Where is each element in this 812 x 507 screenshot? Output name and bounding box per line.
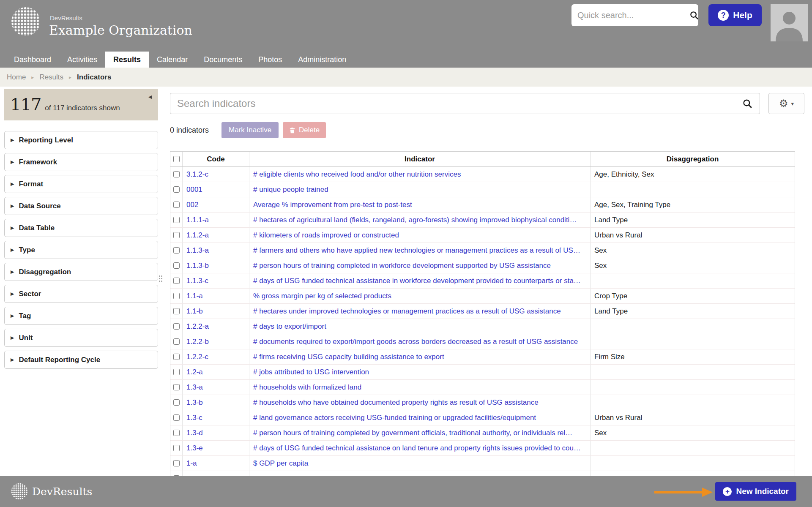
indicator-code-link[interactable]: 1.2.2-a: [186, 322, 209, 331]
indicator-name-link[interactable]: # jobs attributed to USG intervention: [253, 368, 590, 376]
row-checkbox[interactable]: [173, 202, 180, 208]
nav-tab[interactable]: Calendar: [149, 52, 196, 68]
indicator-code-link[interactable]: 1.1.3-b: [186, 262, 209, 270]
filter-section[interactable]: ▶ Type: [4, 241, 158, 259]
filter-section[interactable]: ▶ Format: [4, 175, 158, 193]
search-icon[interactable]: [689, 11, 699, 20]
indicator-name-link[interactable]: # eligible clients who received food and…: [253, 170, 590, 179]
indicator-name-link[interactable]: $ GDP per capita: [253, 459, 590, 468]
row-checkbox[interactable]: [173, 186, 180, 193]
row-checkbox[interactable]: [173, 445, 180, 451]
search-icon[interactable]: [742, 98, 753, 109]
indicator-code-link[interactable]: 1.1.2-a: [186, 231, 209, 240]
app-footer: DevResults + New Indicator: [0, 476, 812, 507]
row-checkbox[interactable]: [173, 262, 180, 269]
row-checkbox[interactable]: [173, 460, 180, 466]
quick-search-input[interactable]: [577, 11, 689, 20]
indicator-name-link[interactable]: # documents required to export/import go…: [253, 338, 590, 346]
filter-section[interactable]: ▶ Disaggregation: [4, 263, 158, 281]
filter-section[interactable]: ▶ Tag: [4, 307, 158, 325]
user-avatar[interactable]: [771, 4, 808, 41]
table-row: 1.2.2-b # documents required to export/i…: [170, 334, 795, 349]
indicator-name-link[interactable]: % gross margin per kg of selected produc…: [253, 292, 590, 300]
indicator-name-link[interactable]: # days of USG funded technical assistanc…: [253, 444, 590, 452]
indicator-name-link[interactable]: # firms receiving USG capacity building …: [253, 353, 590, 361]
indicator-code-link[interactable]: 1.1.3-a: [186, 246, 209, 255]
nav-tab[interactable]: Documents: [196, 52, 250, 68]
indicator-code-link[interactable]: 002: [186, 201, 198, 209]
breadcrumb-link[interactable]: Home: [7, 73, 26, 82]
delete-button[interactable]: Delete: [283, 122, 326, 138]
indicator-name-link[interactable]: # unique people trained: [253, 185, 590, 194]
row-checkbox[interactable]: [173, 278, 180, 284]
indicator-code-link[interactable]: 1.1.3-c: [186, 277, 208, 285]
plus-icon: +: [723, 487, 732, 496]
row-checkbox[interactable]: [173, 293, 180, 299]
nav-tab[interactable]: Activities: [59, 52, 105, 68]
indicator-code-link[interactable]: 1.1-b: [186, 307, 203, 316]
indicator-code-link[interactable]: 1.1-a: [186, 292, 203, 300]
indicator-code-link[interactable]: 1.2.2-b: [186, 338, 209, 346]
indicator-name-link[interactable]: # households with formalized land: [253, 383, 590, 392]
indicator-name-link[interactable]: # hectares of agricultural land (fields,…: [253, 216, 590, 224]
main-nav: Dashboard Activities Results Calendar Do…: [0, 52, 812, 68]
filter-section[interactable]: ▶ Unit: [4, 329, 158, 347]
sidebar-resize-handle[interactable]: [159, 275, 160, 277]
row-checkbox[interactable]: [173, 399, 180, 406]
row-checkbox[interactable]: [173, 217, 180, 223]
indicator-code-link[interactable]: 1-a: [186, 459, 197, 468]
filter-section[interactable]: ▶ Data Source: [4, 197, 158, 215]
row-checkbox[interactable]: [173, 369, 180, 375]
mark-inactive-button[interactable]: Mark Inactive: [221, 122, 279, 138]
row-checkbox[interactable]: [173, 384, 180, 390]
indicator-name-link[interactable]: # person hours of training completed in …: [253, 262, 590, 270]
indicator-name-link[interactable]: # kilometers of roads improved or constr…: [253, 231, 590, 240]
indicator-code-link[interactable]: 1.3-b: [186, 398, 203, 407]
indicator-name-link[interactable]: # person hours of training completed by …: [253, 429, 590, 437]
indicator-code-link[interactable]: 1.3-e: [186, 444, 203, 452]
breadcrumb-link[interactable]: Results: [39, 73, 63, 82]
nav-tab[interactable]: Dashboard: [6, 52, 59, 68]
nav-tab[interactable]: Administration: [290, 52, 354, 68]
indicator-search-input[interactable]: [177, 98, 742, 109]
indicator-name-link[interactable]: # hectares under improved technologies o…: [253, 307, 590, 316]
help-button[interactable]: ? Help: [708, 4, 762, 26]
nav-tab[interactable]: Results: [105, 52, 149, 68]
indicator-name-link[interactable]: # days of USG funded technical assistanc…: [253, 277, 590, 285]
filter-section[interactable]: ▶ Sector: [4, 285, 158, 303]
collapse-sidebar-icon[interactable]: ◄: [147, 94, 153, 100]
indicator-code-link[interactable]: 3.1.2-c: [186, 170, 208, 179]
indicator-name-link[interactable]: # farmers and others who have applied ne…: [253, 246, 590, 255]
row-checkbox[interactable]: [173, 308, 180, 314]
indicator-code-link[interactable]: 0001: [186, 185, 202, 194]
row-checkbox[interactable]: [173, 323, 180, 330]
indicator-code-link[interactable]: 1.2-a: [186, 368, 203, 376]
filter-section[interactable]: ▶ Data Table: [4, 219, 158, 237]
table-row: 1.3-d # person hours of training complet…: [170, 425, 795, 441]
indicator-code-link[interactable]: 1.3-d: [186, 429, 203, 437]
breadcrumb-link[interactable]: Indicators: [77, 73, 111, 82]
indicator-name-link[interactable]: # households who have obtained documente…: [253, 398, 590, 407]
row-checkbox[interactable]: [173, 414, 180, 421]
indicator-name-link[interactable]: # land governance actors receiving USG-f…: [253, 414, 590, 422]
filter-section[interactable]: ▶ Framework: [4, 153, 158, 171]
indicator-code-link[interactable]: 1.3-c: [186, 414, 202, 422]
indicator-code-link[interactable]: 1.1.1-a: [186, 216, 209, 224]
row-checkbox[interactable]: [173, 354, 180, 360]
help-label: Help: [733, 10, 752, 20]
select-all-checkbox[interactable]: [173, 156, 180, 162]
indicator-name-link[interactable]: Average % improvement from pre-test to p…: [253, 201, 590, 209]
row-checkbox[interactable]: [173, 232, 180, 238]
indicator-name-link[interactable]: # days to export/import: [253, 322, 590, 331]
indicator-code-link[interactable]: 1.2.2-c: [186, 353, 208, 361]
filter-section[interactable]: ▶ Default Reporting Cycle: [4, 351, 158, 369]
row-checkbox[interactable]: [173, 247, 180, 254]
settings-gear-button[interactable]: ⚙ ▾: [768, 93, 804, 114]
nav-tab[interactable]: Photos: [250, 52, 290, 68]
row-checkbox[interactable]: [173, 430, 180, 436]
row-checkbox[interactable]: [173, 171, 180, 177]
row-checkbox[interactable]: [173, 338, 180, 345]
filter-section[interactable]: ▶ Reporting Level: [4, 131, 158, 149]
new-indicator-button[interactable]: + New Indicator: [715, 482, 796, 501]
indicator-code-link[interactable]: 1.3-a: [186, 383, 203, 392]
